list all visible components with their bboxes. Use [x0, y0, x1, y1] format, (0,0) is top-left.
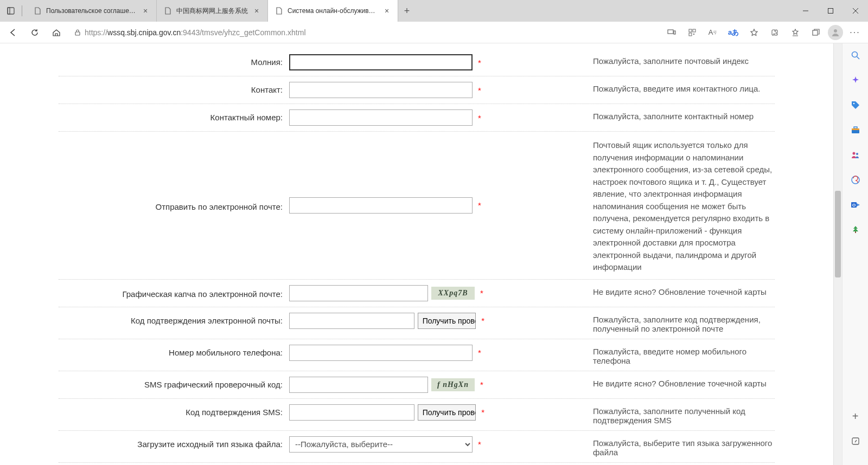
tag-icon[interactable] — [849, 99, 862, 112]
hint-zip: Пожалуйста, заполните почтовый индекс — [484, 54, 775, 66]
favorites-list-icon[interactable] — [787, 24, 804, 41]
close-window-button[interactable] — [843, 0, 868, 22]
address-bar[interactable]: https://wssq.sbj.cnipa.gov.cn:9443/tmsve… — [69, 28, 659, 37]
toolbox-icon[interactable] — [849, 124, 862, 137]
svg-rect-6 — [75, 32, 80, 35]
people-icon[interactable] — [849, 148, 862, 162]
zip-input[interactable] — [289, 54, 473, 70]
close-icon[interactable]: × — [252, 7, 261, 15]
outlook-icon[interactable]: O — [849, 198, 862, 211]
phone-input[interactable] — [289, 109, 473, 126]
svg-point-18 — [853, 103, 854, 105]
file-lang-select[interactable]: --Пожалуйста, выберите-- — [289, 436, 473, 453]
svg-point-15 — [834, 29, 837, 33]
label-contact: Контакт: — [59, 82, 289, 94]
button-row: Предварительный просмотр Отправить — [59, 463, 775, 466]
home-button[interactable] — [48, 24, 65, 41]
search-icon[interactable] — [849, 49, 862, 62]
svg-rect-8 — [674, 31, 675, 34]
svg-rect-0 — [8, 8, 14, 14]
qr-icon[interactable] — [684, 24, 701, 41]
browser-titlebar: Пользовательское соглашение × 中国商标网网上服务系… — [0, 0, 868, 22]
svg-rect-27 — [855, 231, 856, 233]
device-icon[interactable] — [663, 24, 680, 41]
required-marker: * — [478, 288, 483, 298]
close-icon[interactable]: × — [382, 7, 391, 15]
edge-sidebar: O + — [842, 43, 868, 465]
row-sms-code: Код подтверждения SMS: Получить провероч… — [59, 399, 775, 431]
svg-rect-21 — [852, 128, 859, 130]
required-marker: * — [476, 113, 481, 122]
window-controls — [793, 0, 868, 22]
registration-form: Молния: * Пожалуйста, заполните почтовый… — [59, 43, 775, 465]
row-zip: Молния: * Пожалуйста, заполните почтовый… — [59, 49, 775, 76]
tab-3-active[interactable]: Система онлайн-обслуживания × — [268, 0, 398, 22]
browser-tabs: Пользовательское соглашение × 中国商标网网上服务系… — [27, 0, 793, 22]
page-icon — [163, 7, 172, 15]
email-input[interactable] — [289, 197, 473, 214]
label-file-lang: Загрузите исходный тип языка файла: — [59, 436, 289, 449]
svg-rect-1 — [8, 8, 10, 14]
maximize-button[interactable] — [818, 0, 843, 22]
hint-file-lang: Пожалуйста, выберите тип языка загруженн… — [484, 436, 775, 457]
label-zip: Молния: — [59, 54, 289, 67]
settings-sidebar-icon[interactable] — [849, 435, 862, 448]
email-code-input[interactable] — [289, 313, 414, 329]
email-captcha-image[interactable]: XXpq7B — [431, 287, 475, 300]
contact-input[interactable] — [289, 82, 473, 98]
row-phone: Контактный номер: * Пожалуйста, заполнит… — [59, 104, 775, 132]
svg-text:O: O — [852, 203, 855, 208]
more-icon[interactable]: ··· — [846, 24, 864, 41]
svg-rect-12 — [693, 34, 694, 35]
required-marker: * — [478, 380, 483, 389]
svg-line-17 — [857, 57, 859, 60]
hint-email: Почтовый ящик используется только для по… — [484, 137, 775, 274]
back-button[interactable] — [4, 24, 22, 41]
translate-icon[interactable]: aあ — [725, 24, 742, 41]
hint-mobile: Пожалуйста, введите номер мобильного тел… — [484, 345, 775, 365]
label-phone: Контактный номер: — [59, 109, 289, 122]
hint-phone: Пожалуйста, заполните контактный номер — [484, 109, 775, 121]
label-email: Отправить по электронной почте: — [59, 199, 289, 211]
new-tab-button[interactable]: + — [398, 0, 416, 22]
svg-rect-11 — [689, 33, 692, 36]
refresh-button[interactable] — [26, 24, 43, 41]
scroll-thumb[interactable] — [835, 191, 841, 277]
get-email-code-button[interactable]: Получить проверочный код — [418, 313, 476, 329]
required-marker: * — [479, 316, 484, 325]
mobile-input[interactable] — [289, 345, 473, 361]
hint-sms-captcha[interactable]: Не видите ясно? Обновление точечной карт… — [484, 377, 775, 388]
tab-actions-icon[interactable] — [4, 4, 17, 17]
tab-2[interactable]: 中国商标网网上服务系统 × — [157, 0, 268, 22]
hint-email-captcha[interactable]: Не видите ясно? Обновление точечной карт… — [484, 285, 775, 296]
close-icon[interactable]: × — [141, 7, 150, 15]
collections-icon[interactable] — [807, 24, 825, 41]
extensions-icon[interactable] — [766, 24, 783, 41]
sparkle-icon[interactable] — [849, 74, 862, 87]
get-sms-code-button[interactable]: Получить проверочный код — [418, 404, 476, 421]
tree-icon[interactable] — [849, 223, 862, 236]
svg-point-24 — [852, 176, 859, 184]
profile-avatar[interactable] — [828, 25, 843, 40]
sms-captcha-input[interactable] — [289, 377, 428, 393]
row-email-code: Код подтверждения электронной почты: Пол… — [59, 307, 775, 339]
minimize-button[interactable] — [793, 0, 818, 22]
lock-icon — [74, 29, 81, 36]
email-captcha-input[interactable] — [289, 285, 428, 301]
sms-code-input[interactable] — [289, 404, 414, 421]
svg-rect-7 — [668, 30, 673, 34]
office-icon[interactable] — [849, 173, 862, 186]
row-email-captcha: Графическая капча по электронной почте: … — [59, 280, 775, 307]
svg-rect-14 — [813, 30, 818, 35]
svg-point-22 — [852, 152, 855, 155]
add-sidebar-icon[interactable]: + — [849, 410, 862, 423]
label-email-captcha: Графическая капча по электронной почте: — [59, 285, 289, 300]
vertical-scrollbar[interactable] — [833, 43, 842, 465]
tab-1[interactable]: Пользовательское соглашение × — [27, 0, 157, 22]
row-sms-captcha: SMS графический проверочный код: f nHgXn… — [59, 371, 775, 399]
favorite-icon[interactable] — [745, 24, 763, 41]
hint-email-code: Пожалуйста, заполните код подтверждения,… — [484, 313, 775, 333]
sms-captcha-image[interactable]: f nHgXn — [431, 378, 475, 391]
text-size-icon[interactable]: Aり — [704, 24, 722, 41]
required-marker: * — [476, 440, 481, 449]
